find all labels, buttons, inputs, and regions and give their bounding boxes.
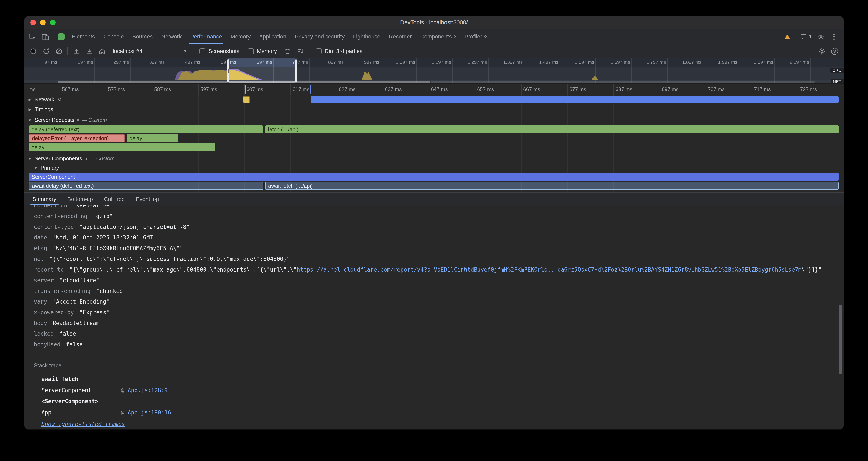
- devtools-tabbar: Elements Console Sources Network Perform…: [24, 29, 844, 45]
- overview-dim-left: [24, 58, 228, 84]
- tab-summary[interactable]: Summary: [27, 193, 62, 205]
- event-bar-delayed-error[interactable]: delayedError (…ayed exception): [29, 134, 125, 142]
- throttling-icon[interactable]: [295, 46, 306, 56]
- server-requests-header-label[interactable]: ▼ Server Requests — Custom: [28, 115, 107, 125]
- custom-track-icon: [85, 157, 87, 160]
- expand-icon[interactable]: ▼: [34, 166, 38, 170]
- report-url-link[interactable]: https://a.nel.cloudflare.com/report/v4?s…: [297, 266, 802, 273]
- warnings-indicator[interactable]: 1: [781, 34, 797, 39]
- tab-application[interactable]: Application: [255, 29, 290, 44]
- tab-network[interactable]: Network: [157, 29, 186, 44]
- live-metrics-home-button[interactable]: [97, 46, 107, 56]
- header-row: server"cloudflare": [34, 275, 844, 286]
- inspect-element-button[interactable]: [26, 29, 39, 44]
- window-titlebar[interactable]: DevTools - localhost:3000/: [24, 16, 844, 29]
- header-row: date"Wed, 01 Oct 2025 18:32:01 GMT": [34, 232, 844, 243]
- track-timings[interactable]: ▶ Timings: [24, 104, 844, 115]
- header-row: transfer-encoding"chunked": [34, 286, 844, 296]
- summary-content[interactable]: connection"keep-alive" content-encoding"…: [24, 205, 844, 429]
- collapse-icon[interactable]: ▶: [28, 107, 32, 112]
- record-button[interactable]: [28, 46, 39, 56]
- object-prop-row: lockedfalse: [34, 328, 844, 339]
- collapse-icon[interactable]: ▶: [28, 97, 32, 102]
- extension-icon[interactable]: [55, 29, 67, 44]
- event-bar-delay[interactable]: delay: [127, 134, 178, 142]
- memory-checkbox[interactable]: Memory: [245, 48, 280, 54]
- ruler-tick: 667 ms: [521, 84, 522, 94]
- tab-sources[interactable]: Sources: [128, 29, 157, 44]
- clear-button[interactable]: [53, 46, 64, 56]
- toolbar-divider: [67, 47, 68, 55]
- event-bar-delay-deferred[interactable]: delay (deferred text): [29, 125, 263, 134]
- tab-console[interactable]: Console: [99, 29, 128, 44]
- help-icon[interactable]: ?: [829, 46, 840, 56]
- track-network-label[interactable]: ▶ Network: [28, 95, 61, 104]
- tab-privacy-and-security[interactable]: Privacy and security: [291, 29, 349, 44]
- track-timings-label[interactable]: ▶ Timings: [28, 104, 53, 115]
- event-bar-delay[interactable]: delay: [29, 143, 215, 151]
- event-marker-blue: [310, 85, 311, 94]
- screenshots-checkbox[interactable]: Screenshots: [196, 48, 243, 54]
- expand-icon[interactable]: ▼: [28, 156, 32, 161]
- save-profile-button[interactable]: [84, 46, 95, 56]
- event-bar-await-fetch[interactable]: await fetch (…/api): [265, 182, 839, 190]
- scrollbar-thumb[interactable]: [839, 305, 842, 374]
- event-bar-server-component[interactable]: ServerComponent: [29, 173, 839, 181]
- tab-lighthouse[interactable]: Lighthouse: [349, 29, 384, 44]
- timeline-ruler[interactable]: ms 567 ms577 ms587 ms597 ms607 ms617 ms6…: [24, 84, 844, 95]
- performance-toolbar: localhost #4 ▾ Screenshots Memory Dim 3: [24, 45, 844, 58]
- source-location-link[interactable]: App.js:190:16: [128, 409, 171, 416]
- timeline-overview[interactable]: 97 ms197 ms297 ms397 ms497 ms597 ms697 m…: [24, 58, 844, 84]
- server-components-row-2: await delay (deferred text) await fetch …: [24, 181, 844, 190]
- tab-recorder[interactable]: Recorder: [384, 29, 416, 44]
- collect-garbage-icon[interactable]: [282, 46, 293, 56]
- tab-call-tree[interactable]: Call tree: [98, 193, 130, 205]
- settings-gear-icon[interactable]: [815, 33, 828, 40]
- checkbox-icon[interactable]: [248, 48, 254, 54]
- zoom-window-button[interactable]: [50, 20, 56, 25]
- tabbar-right-cluster: 1 1: [781, 29, 844, 44]
- tab-event-log[interactable]: Event log: [130, 193, 164, 205]
- toolbar-divider: [193, 47, 193, 55]
- server-components-group-primary[interactable]: ▼ Primary: [24, 163, 844, 172]
- checkbox-icon[interactable]: [316, 48, 322, 54]
- more-options-icon[interactable]: [828, 34, 840, 39]
- load-profile-button[interactable]: [71, 46, 82, 56]
- tab-bottom-up[interactable]: Bottom-up: [62, 193, 98, 205]
- device-toolbar-button[interactable]: [39, 29, 52, 44]
- track-server-components-header[interactable]: ▼ Server Components — Custom: [24, 154, 844, 163]
- tab-profiler[interactable]: Profiler: [460, 29, 491, 44]
- stack-frame: App@App.js:190:16: [41, 407, 844, 418]
- network-request-bar-selected[interactable]: [243, 96, 250, 103]
- minimize-window-button[interactable]: [40, 20, 46, 25]
- record-and-reload-button[interactable]: [40, 46, 52, 56]
- expand-icon[interactable]: ▼: [28, 118, 32, 122]
- checkbox-icon[interactable]: [199, 48, 206, 54]
- track-network[interactable]: ▶ Network: [24, 95, 844, 104]
- tab-elements[interactable]: Elements: [67, 29, 99, 44]
- network-request-bar[interactable]: [311, 96, 839, 103]
- source-location-link[interactable]: App.js:128:9: [128, 387, 168, 394]
- event-bar-await-delay[interactable]: await delay (deferred text): [29, 182, 263, 190]
- primary-group-label[interactable]: ▼ Primary: [34, 163, 59, 172]
- track-server-requests-header[interactable]: ▼ Server Requests — Custom: [24, 115, 844, 125]
- tab-performance[interactable]: Performance: [186, 29, 226, 44]
- dim-3rd-parties-checkbox[interactable]: Dim 3rd parties: [312, 48, 366, 54]
- tab-components[interactable]: Components: [416, 29, 460, 44]
- close-window-button[interactable]: [30, 20, 36, 25]
- show-ignore-listed-link[interactable]: Show ignore-listed frames: [41, 418, 125, 429]
- stack-frame: ServerComponent@App.js:128:9: [41, 385, 844, 396]
- overview-selected-range[interactable]: [228, 58, 295, 67]
- history-dropdown[interactable]: localhost #4 ▾: [110, 47, 190, 55]
- server-components-header-label[interactable]: ▼ Server Components — Custom: [28, 154, 115, 163]
- devtools-window: DevTools - localhost:3000/ Elements Cons…: [24, 16, 844, 430]
- event-bar-fetch[interactable]: fetch (…/api): [265, 125, 839, 134]
- atom-icon: [454, 35, 456, 38]
- track-config-icon[interactable]: [58, 98, 61, 101]
- section-divider: [24, 355, 844, 355]
- selection-handle-right[interactable]: [295, 59, 297, 83]
- selection-handle-left[interactable]: [227, 59, 229, 83]
- capture-settings-gear-icon[interactable]: [816, 46, 828, 56]
- tab-memory[interactable]: Memory: [226, 29, 255, 44]
- issues-indicator[interactable]: 1: [797, 33, 815, 40]
